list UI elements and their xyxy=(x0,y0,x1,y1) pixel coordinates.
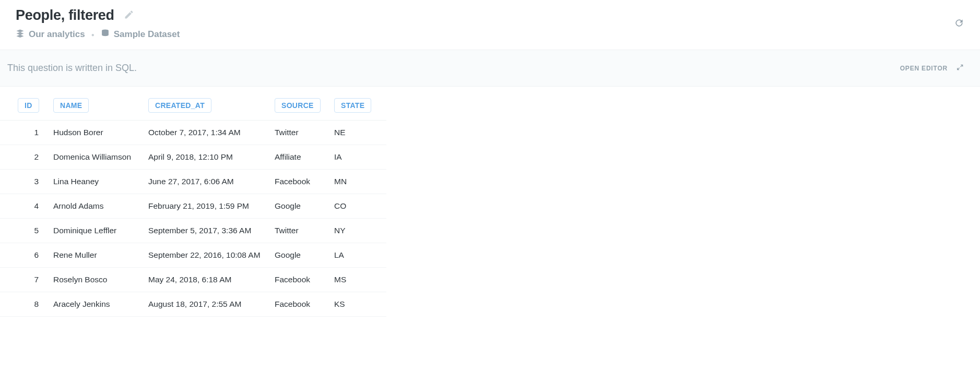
column-header-source[interactable]: SOURCE xyxy=(275,98,321,113)
breadcrumb-collection-label: Our analytics xyxy=(29,29,85,40)
cell-id: 5 xyxy=(18,219,53,243)
cell-created-at: June 27, 2017, 6:06 AM xyxy=(148,170,275,194)
cell-state: MS xyxy=(334,268,386,292)
cell-source: Facebook xyxy=(275,170,334,194)
cell-state: IA xyxy=(334,145,386,170)
cell-id: 8 xyxy=(18,292,53,317)
cell-id: 3 xyxy=(18,170,53,194)
cell-source: Affiliate xyxy=(275,145,334,170)
results-table-wrap: ID NAME CREATED_AT SOURCE STATE 1Hudson … xyxy=(0,87,980,317)
table-row[interactable]: 4Arnold AdamsFebruary 21, 2019, 1:59 PMG… xyxy=(0,194,386,219)
cell-created-at: September 5, 2017, 3:36 AM xyxy=(148,219,275,243)
cell-name: Dominique Leffler xyxy=(53,219,148,243)
cell-state: LA xyxy=(334,243,386,268)
cell-name: Hudson Borer xyxy=(53,121,148,145)
breadcrumb-dataset-label: Sample Dataset xyxy=(114,29,180,40)
refresh-icon xyxy=(954,21,964,30)
cell-name: Domenica Williamson xyxy=(53,145,148,170)
cell-id: 4 xyxy=(18,194,53,219)
column-header-id[interactable]: ID xyxy=(18,98,39,113)
cell-id: 7 xyxy=(18,268,53,292)
cell-created-at: May 24, 2018, 6:18 AM xyxy=(148,268,275,292)
breadcrumb-collection[interactable]: Our analytics xyxy=(16,29,85,40)
cell-name: Lina Heaney xyxy=(53,170,148,194)
breadcrumb-separator: ● xyxy=(91,32,95,38)
column-header-name[interactable]: NAME xyxy=(53,98,89,113)
cell-name: Arnold Adams xyxy=(53,194,148,219)
table-row[interactable]: 3Lina HeaneyJune 27, 2017, 6:06 AMFacebo… xyxy=(0,170,386,194)
table-header-row: ID NAME CREATED_AT SOURCE STATE xyxy=(0,98,386,121)
cell-created-at: October 7, 2017, 1:34 AM xyxy=(148,121,275,145)
refresh-button[interactable] xyxy=(954,18,964,30)
table-row[interactable]: 7Roselyn BoscoMay 24, 2018, 6:18 AMFaceb… xyxy=(0,268,386,292)
cell-state: KS xyxy=(334,292,386,317)
cell-created-at: February 21, 2019, 1:59 PM xyxy=(148,194,275,219)
table-row[interactable]: 2Domenica WilliamsonApril 9, 2018, 12:10… xyxy=(0,145,386,170)
cell-state: MN xyxy=(334,170,386,194)
cell-created-at: August 18, 2017, 2:55 AM xyxy=(148,292,275,317)
cell-name: Roselyn Bosco xyxy=(53,268,148,292)
table-row[interactable]: 1Hudson BorerOctober 7, 2017, 1:34 AMTwi… xyxy=(0,121,386,145)
pencil-icon[interactable] xyxy=(124,9,134,21)
open-editor-button[interactable]: OPEN EDITOR xyxy=(900,65,948,72)
database-icon xyxy=(101,29,110,40)
question-header: People, filtered Our analytics ● Sample … xyxy=(0,0,980,44)
cell-name: Rene Muller xyxy=(53,243,148,268)
cell-source: Facebook xyxy=(275,268,334,292)
cell-created-at: September 22, 2016, 10:08 AM xyxy=(148,243,275,268)
results-table: ID NAME CREATED_AT SOURCE STATE 1Hudson … xyxy=(0,98,386,317)
cell-id: 6 xyxy=(18,243,53,268)
cell-id: 2 xyxy=(18,145,53,170)
collection-icon xyxy=(16,29,25,40)
cell-id: 1 xyxy=(18,121,53,145)
table-row[interactable]: 5Dominique LefflerSeptember 5, 2017, 3:3… xyxy=(0,219,386,243)
cell-source: Google xyxy=(275,194,334,219)
column-header-state[interactable]: STATE xyxy=(334,98,371,113)
cell-source: Google xyxy=(275,243,334,268)
column-header-created-at[interactable]: CREATED_AT xyxy=(148,98,211,113)
table-row[interactable]: 6Rene MullerSeptember 22, 2016, 10:08 AM… xyxy=(0,243,386,268)
cell-state: NE xyxy=(334,121,386,145)
cell-source: Twitter xyxy=(275,121,334,145)
sql-notice-bar: This question is written in SQL. OPEN ED… xyxy=(0,50,980,87)
expand-icon[interactable] xyxy=(956,63,964,73)
cell-created-at: April 9, 2018, 12:10 PM xyxy=(148,145,275,170)
cell-state: NY xyxy=(334,219,386,243)
page-title: People, filtered xyxy=(16,7,114,23)
sql-notice-text: This question is written in SQL. xyxy=(7,63,137,74)
cell-source: Twitter xyxy=(275,219,334,243)
table-row[interactable]: 8Aracely JenkinsAugust 18, 2017, 2:55 AM… xyxy=(0,292,386,317)
breadcrumb-dataset[interactable]: Sample Dataset xyxy=(101,29,180,40)
cell-name: Aracely Jenkins xyxy=(53,292,148,317)
breadcrumb: Our analytics ● Sample Dataset xyxy=(16,29,964,40)
cell-state: CO xyxy=(334,194,386,219)
cell-source: Facebook xyxy=(275,292,334,317)
